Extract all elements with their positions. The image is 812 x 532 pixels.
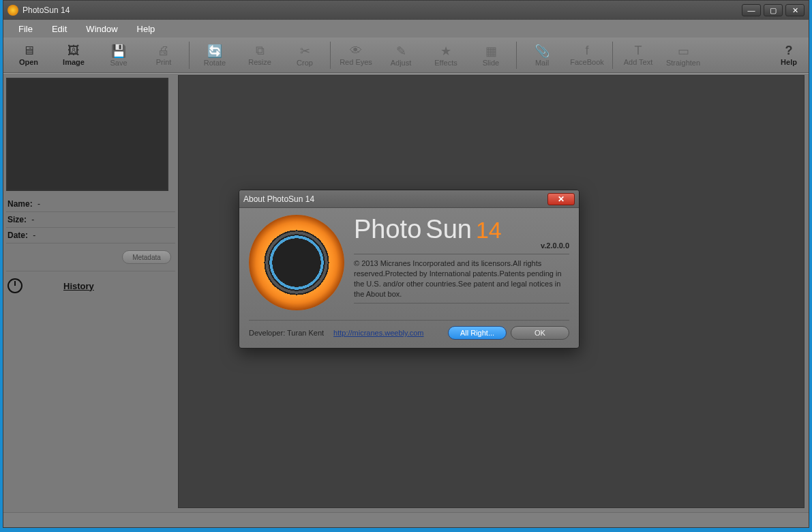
slide-icon: ▦	[485, 44, 497, 59]
effects-icon: ★	[440, 44, 451, 59]
tool-help-label: Help	[781, 58, 797, 66]
tool-rotate: 🔄Rotate	[192, 39, 237, 72]
meta-size: Size: -	[6, 212, 175, 228]
tool-open[interactable]: 🖥Open	[6, 39, 51, 72]
maximize-button[interactable]: ▢	[764, 4, 783, 16]
tool-adjust: ✎Adjust	[378, 39, 423, 72]
product-logo	[249, 215, 344, 310]
toolbar: 🖥Open🖼Image💾Save🖨Print🔄Rotate⧉Resize✂Cro…	[3, 38, 809, 73]
tool-mail: 📎Mail	[520, 39, 565, 72]
app-icon	[7, 5, 18, 16]
ok-button[interactable]: OK	[511, 326, 569, 340]
tool-straighten: ▭Straighten	[661, 39, 706, 72]
sidebar: Name: - Size: - Date: - Metadata History	[3, 74, 178, 512]
add-text-icon: T	[635, 44, 642, 58]
tool-print: 🖨Print	[141, 39, 186, 72]
menu-window[interactable]: Window	[76, 21, 127, 37]
tool-save: 💾Save	[96, 39, 141, 72]
dialog-title: About PhotoSun 14	[243, 194, 314, 204]
tool-resize: ⧉Resize	[237, 39, 282, 72]
facebook-icon: f	[585, 44, 588, 58]
rotate-icon: 🔄	[207, 44, 222, 59]
red-eyes-icon: 👁	[350, 44, 362, 58]
product-name: PhotoSun 14	[354, 215, 569, 244]
tool-effects: ★Effects	[423, 39, 468, 72]
developer-label: Developer: Turan Kent	[249, 329, 324, 337]
tool-slide: ▦Slide	[468, 39, 513, 72]
metadata-button[interactable]: Metadata	[122, 250, 171, 264]
tool-crop: ✂Crop	[282, 39, 327, 72]
dialog-titlebar: About PhotoSun 14 ✕	[239, 190, 579, 208]
menubar: File Edit Window Help	[3, 20, 809, 38]
copyright-text: © 2013 Micranes Incorporated and its lic…	[354, 258, 569, 299]
dialog-close-button[interactable]: ✕	[547, 193, 575, 205]
menu-edit[interactable]: Edit	[42, 21, 76, 37]
history-icon	[7, 278, 22, 293]
meta-date: Date: -	[6, 228, 175, 243]
mail-icon: 📎	[535, 44, 550, 59]
close-button[interactable]: ✕	[785, 4, 805, 16]
save-icon: 💾	[111, 44, 126, 59]
resize-icon: ⧉	[256, 44, 265, 58]
tool-facebook: fFaceBook	[565, 39, 610, 72]
tool-add-text: TAdd Text	[616, 39, 661, 72]
straighten-icon: ▭	[678, 44, 689, 59]
thumbnail-preview	[6, 78, 168, 191]
about-dialog: About PhotoSun 14 ✕ PhotoSun 14 v.2.0.0.…	[239, 190, 580, 349]
history-link[interactable]: History	[63, 281, 94, 291]
minimize-button[interactable]: —	[742, 4, 761, 16]
tool-red-eyes: 👁Red Eyes	[333, 39, 378, 72]
titlebar: PhotoSun 14 — ▢ ✕	[3, 1, 809, 20]
tool-image[interactable]: 🖼Image	[51, 39, 96, 72]
image-icon: 🖼	[67, 44, 80, 58]
print-icon: 🖨	[157, 44, 170, 58]
tool-help[interactable]: ? Help	[772, 39, 806, 72]
all-right-button[interactable]: All Right...	[448, 326, 507, 340]
website-link[interactable]: http://micranes.weebly.com	[333, 329, 423, 337]
crop-icon: ✂	[300, 44, 310, 59]
adjust-icon: ✎	[396, 44, 406, 59]
open-icon: 🖥	[22, 44, 35, 58]
meta-name: Name: -	[6, 196, 175, 212]
status-bar	[3, 512, 809, 527]
help-icon: ?	[785, 44, 793, 58]
history-row: History	[6, 271, 175, 300]
menu-file[interactable]: File	[9, 21, 42, 37]
menu-help[interactable]: Help	[127, 21, 165, 37]
app-title: PhotoSun 14	[22, 5, 70, 15]
